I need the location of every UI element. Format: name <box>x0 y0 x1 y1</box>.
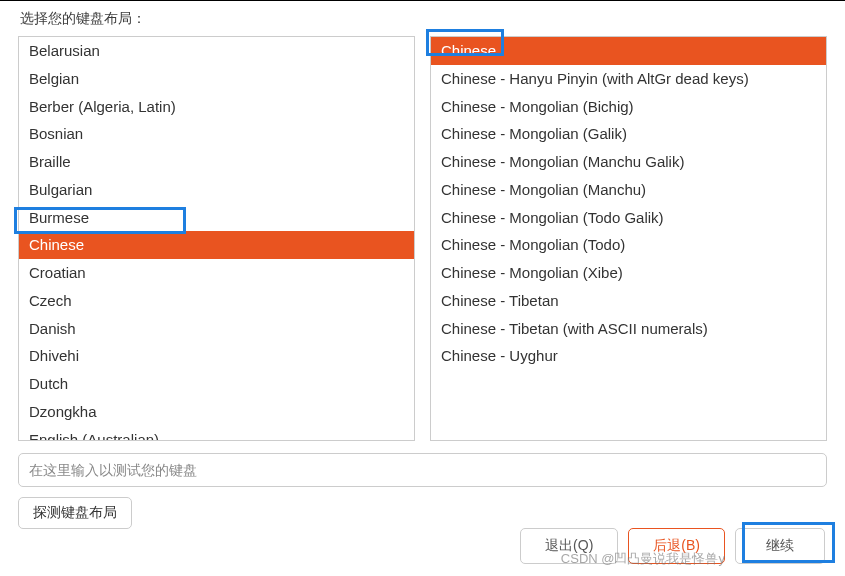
language-list-item[interactable]: Bulgarian <box>19 176 414 204</box>
language-list-item[interactable]: Danish <box>19 315 414 343</box>
variant-list[interactable]: ChineseChinese - Hanyu Pinyin (with AltG… <box>430 36 827 441</box>
quit-button[interactable]: 退出(Q) <box>520 528 618 564</box>
detect-layout-button[interactable]: 探测键盘布局 <box>18 497 132 529</box>
language-list-item[interactable]: Bosnian <box>19 120 414 148</box>
variant-list-item[interactable]: Chinese - Tibetan (with ASCII numerals) <box>431 315 826 343</box>
continue-button[interactable]: 继续 <box>735 528 825 564</box>
back-button[interactable]: 后退(B) <box>628 528 725 564</box>
language-list-item[interactable]: Chinese <box>19 231 414 259</box>
language-list[interactable]: BelarusianBelgianBerber (Algeria, Latin)… <box>18 36 415 441</box>
variant-list-item[interactable]: Chinese - Mongolian (Bichig) <box>431 93 826 121</box>
variant-list-item[interactable]: Chinese - Mongolian (Xibe) <box>431 259 826 287</box>
variant-list-item[interactable]: Chinese - Mongolian (Todo) <box>431 231 826 259</box>
variant-list-item[interactable]: Chinese - Mongolian (Manchu) <box>431 176 826 204</box>
variant-list-item[interactable]: Chinese - Mongolian (Todo Galik) <box>431 204 826 232</box>
language-list-item[interactable]: Burmese <box>19 204 414 232</box>
variant-list-item[interactable]: Chinese - Uyghur <box>431 342 826 370</box>
layout-lists: BelarusianBelgianBerber (Algeria, Latin)… <box>18 36 827 441</box>
bottom-button-bar: 退出(Q) 后退(B) 继续 <box>520 528 825 564</box>
language-list-item[interactable]: Braille <box>19 148 414 176</box>
variant-list-item[interactable]: Chinese - Mongolian (Manchu Galik) <box>431 148 826 176</box>
language-list-item[interactable]: English (Australian) <box>19 426 414 442</box>
language-list-item[interactable]: Croatian <box>19 259 414 287</box>
title-label: 选择您的键盘布局： <box>18 10 827 28</box>
language-list-item[interactable]: Dhivehi <box>19 342 414 370</box>
keyboard-layout-dialog: 选择您的键盘布局： BelarusianBelgianBerber (Alger… <box>0 0 845 547</box>
language-list-item[interactable]: Berber (Algeria, Latin) <box>19 93 414 121</box>
variant-list-item[interactable]: Chinese - Mongolian (Galik) <box>431 120 826 148</box>
language-list-item[interactable]: Dutch <box>19 370 414 398</box>
variant-list-item[interactable]: Chinese - Hanyu Pinyin (with AltGr dead … <box>431 65 826 93</box>
keyboard-test-input[interactable] <box>18 453 827 487</box>
language-list-item[interactable]: Belarusian <box>19 37 414 65</box>
variant-list-item[interactable]: Chinese - Tibetan <box>431 287 826 315</box>
language-list-item[interactable]: Dzongkha <box>19 398 414 426</box>
language-list-item[interactable]: Czech <box>19 287 414 315</box>
variant-list-item[interactable]: Chinese <box>431 37 826 65</box>
language-list-item[interactable]: Belgian <box>19 65 414 93</box>
